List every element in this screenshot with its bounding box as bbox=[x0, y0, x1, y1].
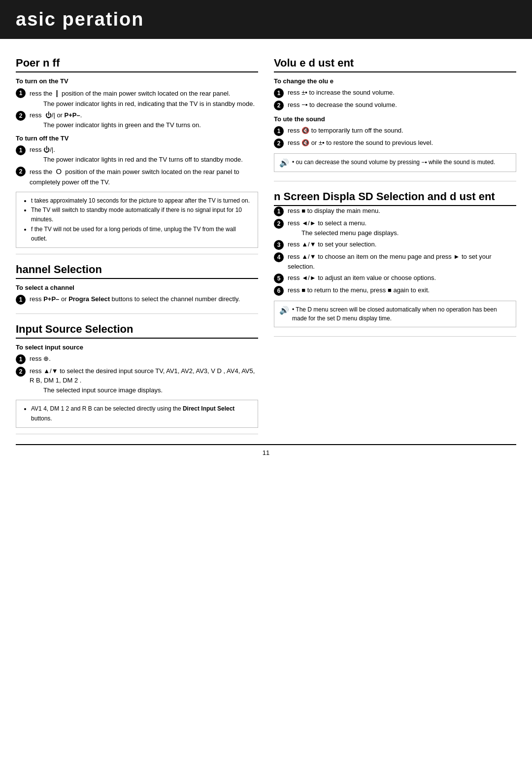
mute-label: To ute the sound bbox=[274, 115, 516, 123]
channel-step-num-1: 1 bbox=[16, 295, 26, 305]
step-num-off-2: 2 bbox=[16, 167, 26, 176]
volume-step-num-1: 1 bbox=[274, 88, 284, 98]
turn-on-label: To turn on the TV bbox=[16, 77, 258, 85]
input-note-1: AV1 4, DM 1 2 and R B can be selected di… bbox=[31, 404, 253, 423]
input-notes: AV1 4, DM 1 2 and R B can be selected di… bbox=[16, 400, 258, 427]
channel-section-title: hannel Selection bbox=[16, 263, 258, 279]
power-off-step-2-text: ress the O position of the main power sw… bbox=[30, 166, 258, 187]
power-off-step-1-sub: The power indicator lights in red and th… bbox=[30, 155, 258, 165]
volume-step-1-text: ress ±▪ to increase the sound volume. bbox=[288, 88, 516, 98]
input-step-1: 1 ress ⊕. bbox=[16, 354, 258, 364]
osd-step-6-text: ress ■ to return to the menu, press ■ ag… bbox=[288, 285, 516, 295]
power-notes: t takes approximately 10 seconds for the… bbox=[16, 192, 258, 248]
input-step-num-2: 2 bbox=[16, 367, 26, 377]
channel-step-1-text: ress P+P– or Progra Select buttons to se… bbox=[30, 294, 258, 304]
power-step-2: 2 ress ⏻/| or P+P–. The power indicator … bbox=[16, 110, 258, 130]
step-num-1: 1 bbox=[16, 88, 26, 98]
power-step-1-sub: The power indicator lights in red, indic… bbox=[30, 99, 258, 109]
input-step-2: 2 ress ▲/▼ to select the desired input s… bbox=[16, 366, 258, 395]
power-section-title: Poer n ff bbox=[16, 57, 258, 72]
input-section-title: Input Source Selection bbox=[16, 323, 258, 339]
osd-step-6: 6 ress ■ to return to the menu, press ■ … bbox=[274, 285, 516, 296]
osd-step-2: 2 ress ◄/► to select a menu. The selecte… bbox=[274, 218, 516, 238]
osd-step-3: 3 ress ▲/▼ to set your selection. bbox=[274, 240, 516, 250]
volume-change-label: To change the olu e bbox=[274, 77, 516, 85]
osd-step-4: 4 ress ▲/▼ to choose an item on the menu… bbox=[274, 252, 516, 271]
input-section: Input Source Selection To select input s… bbox=[16, 323, 258, 434]
power-note-3: f the TV will not be used for a long per… bbox=[31, 225, 253, 243]
mute-step-2: 2 ress 🔇 or ±▪ to restore the sound to p… bbox=[274, 138, 516, 148]
volume-step-1: 1 ress ±▪ to increase the sound volume. bbox=[274, 88, 516, 98]
osd-step-5-text: ress ◄/► to adjust an item value or choo… bbox=[288, 273, 516, 283]
osd-step-5: 5 ress ◄/► to adjust an item value or ch… bbox=[274, 273, 516, 283]
input-step-2-sub: The selected input source image displays… bbox=[30, 385, 258, 395]
volume-note-box: 🔊 • ou can decrease the sound volume by … bbox=[274, 153, 516, 172]
osd-step-3-text: ress ▲/▼ to set your selection. bbox=[288, 240, 516, 249]
osd-section-title: n Screen Displa SD Selection and d ust e… bbox=[274, 190, 516, 206]
volume-step-num-2: 2 bbox=[274, 101, 284, 110]
note-icon: 🔊 bbox=[279, 158, 289, 168]
input-select-label: To select input source bbox=[16, 344, 258, 351]
power-step-2-sub: The power indicator lights in green and … bbox=[30, 120, 258, 130]
volume-step-2: 2 ress −▪ to decrease the sound volume. bbox=[274, 100, 516, 110]
mute-step-1: 1 ress 🔇 to temporarily turn off the sou… bbox=[274, 126, 516, 136]
power-off-step-2: 2 ress the O position of the main power … bbox=[16, 166, 258, 187]
page-title: asic peration bbox=[16, 9, 516, 30]
input-step-num-1: 1 bbox=[16, 354, 26, 364]
osd-step-num-5: 5 bbox=[274, 274, 284, 283]
channel-section: hannel Selection To select a channel 1 r… bbox=[16, 263, 258, 314]
channel-step-1: 1 ress P+P– or Progra Select buttons to … bbox=[16, 294, 258, 305]
input-step-2-text: ress ▲/▼ to select the desired input sou… bbox=[30, 366, 258, 395]
volume-section: Volu e d ust ent To change the olu e 1 r… bbox=[274, 57, 516, 181]
power-off-step-1: 1 ress ⏻/|. The power indicator lights i… bbox=[16, 145, 258, 164]
right-column: Volu e d ust ent To change the olu e 1 r… bbox=[274, 48, 516, 434]
mute-step-1-text: ress 🔇 to temporarily turn off the sound… bbox=[288, 126, 516, 136]
osd-step-1-text: ress ■ to display the main menu. bbox=[288, 206, 516, 216]
input-step-1-text: ress ⊕. bbox=[30, 354, 258, 364]
power-note-2: The TV will switch to standby mode autom… bbox=[31, 206, 253, 224]
osd-note-text: • The D menu screen will be closed autom… bbox=[292, 305, 511, 323]
osd-step-2-text: ress ◄/► to select a menu. The selected … bbox=[288, 218, 516, 238]
power-step-1: 1 ress the | position of the main power … bbox=[16, 88, 258, 108]
osd-step-4-text: ress ▲/▼ to choose an item on the menu p… bbox=[288, 252, 516, 271]
osd-step-num-3: 3 bbox=[274, 240, 284, 250]
left-column: Poer n ff To turn on the TV 1 ress the |… bbox=[16, 48, 258, 434]
turn-off-label: To turn off the TV bbox=[16, 135, 258, 142]
step-num-2: 2 bbox=[16, 111, 26, 121]
osd-step-num-4: 4 bbox=[274, 252, 284, 262]
power-off-step-1-text: ress ⏻/|. The power indicator lights in … bbox=[30, 145, 258, 164]
power-note-1: t takes approximately 10 seconds for the… bbox=[31, 196, 253, 206]
mute-step-num-2: 2 bbox=[274, 139, 284, 148]
power-step-2-text: ress ⏻/| or P+P–. The power indicator li… bbox=[30, 110, 258, 130]
osd-note-box: 🔊 • The D menu screen will be closed aut… bbox=[274, 301, 516, 327]
volume-note-text: • ou can decrease the sound volume by pr… bbox=[292, 158, 495, 167]
channel-select-label: To select a channel bbox=[16, 284, 258, 291]
osd-step-2-sub: The selected menu page displays. bbox=[288, 228, 516, 238]
mute-step-num-1: 1 bbox=[274, 126, 284, 136]
osd-section: n Screen Displa SD Selection and d ust e… bbox=[274, 190, 516, 337]
mute-step-2-text: ress 🔇 or ±▪ to restore the sound to pre… bbox=[288, 138, 516, 148]
osd-step-num-1: 1 bbox=[274, 207, 284, 216]
osd-note-icon: 🔊 bbox=[279, 306, 289, 315]
osd-step-num-6: 6 bbox=[274, 286, 284, 296]
step-num-off-1: 1 bbox=[16, 145, 26, 155]
power-section: Poer n ff To turn on the TV 1 ress the |… bbox=[16, 57, 258, 254]
power-step-1-text: ress the | position of the main power sw… bbox=[30, 88, 258, 108]
page-header: asic peration bbox=[0, 0, 532, 39]
osd-step-num-2: 2 bbox=[274, 219, 284, 229]
osd-step-1: 1 ress ■ to display the main menu. bbox=[274, 206, 516, 216]
volume-step-2-text: ress −▪ to decrease the sound volume. bbox=[288, 100, 516, 110]
volume-section-title: Volu e d ust ent bbox=[274, 57, 516, 72]
page-number: 11 bbox=[16, 444, 516, 456]
